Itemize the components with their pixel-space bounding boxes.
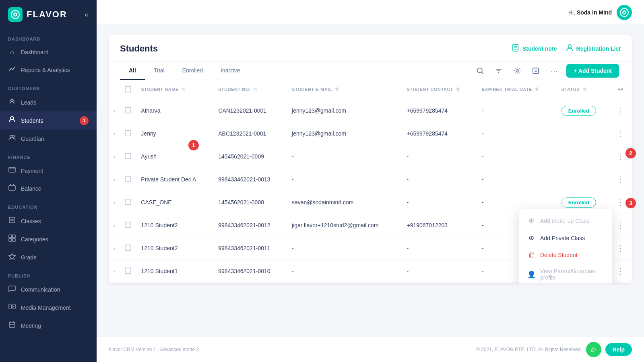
row-menu-button[interactable]: ⋮ bbox=[614, 128, 627, 139]
row-checkbox[interactable] bbox=[125, 267, 131, 274]
row-checkbox[interactable] bbox=[125, 153, 131, 159]
ctx-item-delete-student[interactable]: 🗑Delete Student bbox=[519, 247, 612, 263]
help-button[interactable]: Help bbox=[605, 343, 632, 356]
grade-icon bbox=[8, 253, 16, 262]
registration-list-label: Registration List bbox=[576, 45, 621, 52]
row-expand-chevron[interactable]: › bbox=[114, 131, 115, 137]
panel-header: Students Student note Registration List bbox=[109, 35, 632, 62]
leads-icon bbox=[8, 98, 16, 107]
sidebar-item-classes[interactable]: Classes bbox=[0, 212, 97, 230]
export-button[interactable] bbox=[529, 64, 542, 77]
col-expired: EXPIRED TRIAL DATE ⇅ bbox=[477, 80, 557, 99]
sidebar: FLAVOR « DASHBOARD ⌂ Dashboard Reports &… bbox=[0, 0, 97, 362]
svg-marker-18 bbox=[11, 305, 14, 308]
students-table: STUDENT NAME ⇅ STUDENT NO. ⇅ STUDENT E-M… bbox=[109, 80, 632, 283]
students-panel: Students Student note Registration List bbox=[109, 35, 632, 283]
user-avatar[interactable] bbox=[617, 5, 632, 20]
filter-button[interactable] bbox=[492, 64, 505, 77]
cell-email: jigar.flavor+1210stud2@gmail.com bbox=[287, 214, 402, 237]
row-menu-button[interactable]: ⋮ bbox=[614, 105, 627, 116]
row-menu-button[interactable]: ⋮ bbox=[614, 174, 627, 185]
cell-no: 998433462021-0012 bbox=[213, 214, 287, 237]
svg-rect-6 bbox=[9, 167, 15, 172]
row-menu-button[interactable]: ⋮ bbox=[614, 243, 627, 254]
delete-student-icon: 🗑 bbox=[527, 251, 535, 259]
svg-rect-14 bbox=[9, 239, 12, 241]
sidebar-item-media[interactable]: Media Management bbox=[0, 298, 97, 317]
sidebar-item-grade[interactable]: Grade bbox=[0, 248, 97, 266]
sidebar-item-meeting[interactable]: Meeting bbox=[0, 317, 97, 335]
sidebar-item-categories[interactable]: Categories bbox=[0, 230, 97, 248]
cell-contact: +919067012203 bbox=[402, 214, 477, 237]
cell-name: 1210 Student2 bbox=[136, 237, 213, 260]
row-expand-chevron[interactable]: › bbox=[114, 268, 115, 274]
cell-expired: - bbox=[477, 168, 557, 191]
row-checkbox[interactable] bbox=[125, 130, 131, 136]
cell-no: 998433462021-0013 bbox=[213, 168, 287, 191]
sidebar-item-balance[interactable]: Balance bbox=[0, 179, 97, 197]
sidebar-item-label: Communication bbox=[21, 286, 60, 293]
chart-icon bbox=[8, 65, 16, 74]
sidebar-item-students[interactable]: Students 1 bbox=[0, 111, 97, 130]
row-checkbox[interactable] bbox=[125, 107, 131, 113]
section-label-customers: CUSTOMERS bbox=[0, 79, 97, 93]
sidebar-item-leads[interactable]: Leads bbox=[0, 93, 97, 111]
cell-expired: - bbox=[477, 99, 557, 122]
row-expand-chevron[interactable]: › bbox=[114, 245, 115, 251]
add-student-button[interactable]: + Add Student bbox=[566, 64, 619, 78]
payment-icon bbox=[8, 167, 16, 175]
row-menu-button[interactable]: ⋮ bbox=[614, 265, 627, 277]
status-badge: Enrolled bbox=[561, 106, 596, 116]
add-private-icon: ⊕ bbox=[527, 234, 535, 242]
sidebar-item-communication[interactable]: Communication bbox=[0, 281, 97, 298]
registration-list-link[interactable]: Registration List bbox=[566, 44, 621, 53]
tab-enrolled[interactable]: Enrolled bbox=[173, 62, 212, 80]
row-expand-chevron[interactable]: › bbox=[114, 222, 115, 228]
ctx-item-label: Delete Student bbox=[540, 252, 578, 258]
settings-button[interactable] bbox=[511, 64, 524, 77]
cell-contact: +659979285474 bbox=[402, 99, 477, 122]
cell-email: - bbox=[287, 237, 402, 260]
row-expand-chevron[interactable]: › bbox=[114, 108, 115, 114]
row-expand-chevron[interactable]: › bbox=[114, 200, 115, 206]
topbar: Hi, Soda In Mind bbox=[97, 0, 644, 25]
sidebar-item-dashboard[interactable]: ⌂ Dashboard bbox=[0, 44, 97, 61]
cell-expired: - bbox=[477, 122, 557, 145]
tab-all[interactable]: All bbox=[120, 62, 145, 80]
row-menu-button[interactable]: ⋮ bbox=[614, 220, 627, 231]
username: Soda In Mind bbox=[577, 9, 612, 16]
meeting-icon bbox=[8, 321, 16, 330]
row-checkbox[interactable] bbox=[125, 176, 131, 182]
svg-point-2 bbox=[14, 14, 17, 16]
cell-email: savan@sodainmind.com bbox=[287, 191, 402, 214]
section-label-education: EDUCATION bbox=[0, 197, 97, 212]
row-checkbox[interactable] bbox=[125, 245, 131, 251]
tab-trial[interactable]: Trial bbox=[145, 62, 173, 80]
collapse-button[interactable]: « bbox=[85, 10, 89, 19]
student-icon bbox=[8, 116, 16, 125]
tabs-bar: All Trial Enrolled Inactive bbox=[109, 62, 632, 80]
table-row: › Ayush 1454562021-0009 - - - ⋮ bbox=[109, 145, 632, 168]
sidebar-item-reports[interactable]: Reports & Analytics bbox=[0, 61, 97, 79]
row-expand-chevron[interactable]: › bbox=[114, 177, 115, 183]
cell-contact: - bbox=[402, 145, 477, 168]
row-checkbox[interactable] bbox=[125, 222, 131, 228]
search-button[interactable] bbox=[474, 64, 487, 77]
context-menu: ⊕Add make-up Class⊕Add Private Class🗑Del… bbox=[519, 209, 612, 283]
whatsapp-button[interactable] bbox=[586, 342, 601, 357]
student-note-link[interactable]: Student note bbox=[512, 44, 557, 53]
row-checkbox[interactable] bbox=[125, 199, 131, 205]
cell-name: Atharva bbox=[136, 99, 213, 122]
more-button[interactable]: ⋯ bbox=[548, 64, 561, 77]
select-all-checkbox[interactable] bbox=[125, 86, 131, 93]
section-label-finance: FINANCE bbox=[0, 148, 97, 162]
sidebar-item-payment[interactable]: Payment bbox=[0, 162, 97, 179]
sidebar-item-label: Dashboard bbox=[21, 49, 49, 56]
greeting-text: Hi, Soda In Mind bbox=[568, 9, 612, 16]
media-icon bbox=[8, 303, 16, 312]
footer: Flavor CRM Version 1 - Advanced mode 3 ©… bbox=[97, 337, 644, 362]
ctx-item-add-private[interactable]: ⊕Add Private Class bbox=[519, 229, 612, 247]
tab-inactive[interactable]: Inactive bbox=[212, 62, 249, 80]
row-expand-chevron[interactable]: › bbox=[114, 154, 115, 160]
sidebar-item-guardian[interactable]: Guardian bbox=[0, 130, 97, 148]
